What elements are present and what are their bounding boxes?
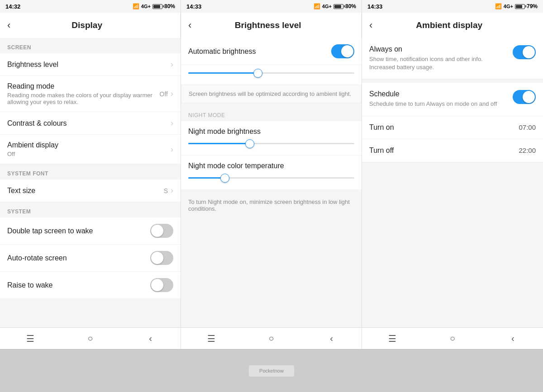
chevron-icon-3: ›: [171, 118, 173, 128]
always-on-toggle[interactable]: [513, 45, 536, 59]
home-icon-1: ○: [87, 333, 93, 344]
status-icons-2: 📶 4G+ 80%: [314, 3, 356, 9]
night-colortemp-slider-container: [181, 170, 362, 189]
ambient-content: Always on Show time, notification icons …: [362, 38, 543, 327]
back-nav-button-2[interactable]: ‹: [301, 328, 362, 349]
divider-3: [362, 79, 543, 83]
auto-brightness-item[interactable]: Automatic brightness: [181, 38, 362, 65]
brightness-item[interactable]: Brightness level ›: [0, 53, 181, 76]
back-nav-icon-3: ‹: [511, 333, 514, 344]
page-title-1: Display: [18, 20, 156, 30]
menu-button-2[interactable]: ☰: [181, 328, 241, 349]
home-button-3[interactable]: ○: [422, 328, 482, 349]
schedule-desc: Schedule time to turn Always on mode on …: [369, 100, 507, 108]
turn-off-item[interactable]: Turn off 22:00: [362, 139, 543, 162]
bottom-nav-3: ☰ ○ ‹: [362, 327, 543, 349]
chevron-icon-4: ›: [171, 145, 173, 154]
autorotate-toggle[interactable]: [150, 251, 173, 265]
night-brightness-label: Night mode brightness: [188, 128, 354, 136]
ambient-item[interactable]: Ambient display Off ›: [0, 135, 181, 164]
ambient-right: ›: [171, 145, 173, 154]
section-system: SYSTEM: [0, 202, 181, 217]
doubletap-item[interactable]: Double tap screen to wake: [0, 217, 181, 245]
back-button-1[interactable]: ‹: [7, 19, 10, 31]
section-font: SYSTEM FONT: [0, 164, 181, 179]
time-3: 14:33: [367, 3, 382, 10]
page-title-2: Brightness level: [199, 20, 337, 30]
battery-fill-3: [516, 5, 522, 8]
display-screen: 14:32 📶 4G+ 80% ‹ Display SCREEN Brightn…: [0, 0, 181, 349]
menu-icon-2: ☰: [207, 333, 215, 344]
menu-button-1[interactable]: ☰: [0, 328, 60, 349]
brightness-label: Brightness level: [7, 61, 171, 69]
always-on-left: Always on Show time, notification icons …: [369, 45, 513, 71]
status-bar-1: 14:32 📶 4G+ 80%: [0, 0, 181, 13]
back-nav-button-3[interactable]: ‹: [483, 328, 543, 349]
nav-bar-3: ‹ Ambient display: [362, 13, 543, 38]
status-bar-3: 14:33 📶 4G+ 79%: [362, 0, 543, 13]
time-1: 14:32: [5, 3, 20, 10]
back-button-2[interactable]: ‹: [188, 19, 191, 31]
chevron-icon-5: ›: [171, 186, 173, 195]
contrast-item[interactable]: Contrast & colours ›: [0, 112, 181, 135]
schedule-knob: [523, 91, 535, 103]
network-icon-2: 4G+: [322, 4, 332, 9]
schedule-item[interactable]: Schedule Schedule time to turn Always on…: [362, 83, 543, 116]
textsize-label: Text size: [7, 187, 164, 195]
schedule-left: Schedule Schedule time to turn Always on…: [369, 90, 513, 108]
brightness-info-text: Screen brightness will be optimized acco…: [189, 90, 351, 97]
turn-on-item[interactable]: Turn on 07:00: [362, 116, 543, 139]
network-icon-1: 4G+: [141, 4, 151, 9]
night-colortemp-label-container: Night mode color temperature: [181, 155, 362, 170]
raisetowake-label: Raise to wake: [7, 281, 150, 289]
autorotate-item[interactable]: Auto-rotate screen: [0, 245, 181, 272]
chevron-icon: ›: [171, 60, 173, 69]
home-icon-3: ○: [450, 333, 455, 344]
raisetowake-item[interactable]: Raise to wake: [0, 272, 181, 299]
textsize-value: S: [164, 187, 168, 194]
ambient-label: Ambient display Off: [7, 141, 171, 157]
night-colortemp-fill: [188, 177, 225, 179]
autorotate-label: Auto-rotate screen: [7, 254, 150, 262]
signal-icon-2: 📶: [314, 3, 320, 9]
textsize-item[interactable]: Text size S ›: [0, 179, 181, 202]
raisetowake-toggle[interactable]: [150, 278, 173, 292]
back-button-3[interactable]: ‹: [369, 19, 372, 31]
auto-brightness-knob: [341, 45, 353, 57]
back-nav-button-1[interactable]: ‹: [120, 328, 181, 349]
night-mode-header: NIGHT MODE: [181, 107, 362, 121]
bottom-nav-2: ☰ ○ ‹: [181, 327, 362, 349]
auto-brightness-toggle[interactable]: [331, 44, 354, 58]
reading-item[interactable]: Reading mode Reading mode makes the colo…: [0, 76, 181, 112]
schedule-toggle[interactable]: [513, 90, 536, 104]
autorotate-knob: [151, 252, 163, 264]
night-brightness-thumb[interactable]: [245, 139, 254, 148]
reading-value: Off: [160, 90, 168, 98]
menu-button-3[interactable]: ☰: [362, 328, 422, 349]
home-button-2[interactable]: ○: [241, 328, 301, 349]
doubletap-label: Double tap screen to wake: [7, 227, 150, 235]
always-on-item[interactable]: Always on Show time, notification icons …: [362, 38, 543, 79]
bottom-nav-1: ☰ ○ ‹: [0, 327, 181, 349]
ambient-screen: 14:33 📶 4G+ 79% ‹ Ambient display Always…: [362, 0, 543, 349]
night-brightness-slider-container: [181, 136, 362, 155]
divider-2: [181, 189, 362, 193]
signal-icon-3: 📶: [495, 3, 502, 9]
chevron-icon-2: ›: [171, 89, 173, 99]
display-content: SCREEN Brightness level › Reading mode R…: [0, 38, 181, 327]
turn-on-title: Turn on: [369, 123, 394, 132]
section-screen: SCREEN: [0, 38, 181, 53]
network-icon-3: 4G+: [504, 4, 513, 9]
doubletap-toggle[interactable]: [150, 224, 173, 238]
brightness-screen: 14:33 📶 4G+ 80% ‹ Brightness level Autom…: [181, 0, 362, 349]
reading-right: Off ›: [160, 89, 173, 99]
menu-icon-1: ☰: [26, 333, 34, 344]
brightness-thumb[interactable]: [253, 69, 262, 78]
night-colortemp-thumb[interactable]: [220, 174, 229, 183]
battery-pct-3: 79%: [527, 3, 538, 9]
bottom-bar: Pocketnow: [0, 349, 543, 392]
night-colortemp-label: Night mode color temperature: [188, 162, 354, 170]
battery-pct-1: 80%: [164, 3, 175, 9]
home-button-1[interactable]: ○: [60, 328, 120, 349]
divider-1: [181, 103, 362, 107]
